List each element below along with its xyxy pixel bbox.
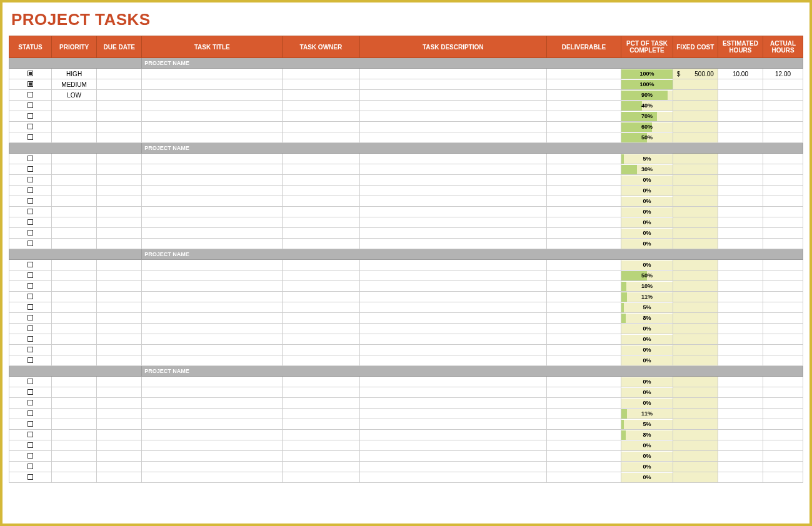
cell-esthours[interactable] <box>718 207 763 217</box>
cell-deliverable[interactable] <box>546 69 621 79</box>
cell-deliverable[interactable] <box>546 217 621 228</box>
cell-esthours[interactable] <box>718 239 763 249</box>
cell-deliverable[interactable] <box>546 377 621 387</box>
cell-priority[interactable] <box>52 101 97 111</box>
cell-taskowner[interactable] <box>283 377 360 387</box>
cell-deliverable[interactable] <box>546 239 621 249</box>
status-checkbox[interactable] <box>28 474 33 480</box>
cell-tasktitle[interactable] <box>142 398 283 409</box>
cell-esthours[interactable] <box>718 292 763 302</box>
cell-taskowner[interactable] <box>283 79 360 90</box>
cell-deliverable[interactable] <box>546 175 621 186</box>
cell-tasktitle[interactable] <box>142 207 283 217</box>
cell-taskdesc[interactable] <box>359 430 546 440</box>
cell-status[interactable] <box>9 270 52 281</box>
cell-status[interactable] <box>9 122 52 132</box>
cell-fixedcost[interactable] <box>673 292 718 302</box>
cell-priority[interactable] <box>52 281 97 292</box>
cell-taskowner[interactable] <box>283 355 360 366</box>
cell-taskdesc[interactable] <box>359 398 546 409</box>
cell-duedate[interactable] <box>97 387 142 398</box>
cell-tasktitle[interactable] <box>142 324 283 334</box>
cell-esthours[interactable] <box>718 324 763 334</box>
cell-duedate[interactable] <box>97 398 142 409</box>
cell-taskdesc[interactable] <box>359 239 546 249</box>
cell-acthours[interactable] <box>763 239 803 249</box>
cell-pct[interactable]: 8% <box>621 430 673 440</box>
cell-esthours[interactable] <box>718 196 763 207</box>
cell-taskdesc[interactable] <box>359 409 546 419</box>
cell-fixedcost[interactable] <box>673 472 718 483</box>
cell-esthours[interactable] <box>718 281 763 292</box>
status-checkbox[interactable] <box>28 410 33 416</box>
cell-duedate[interactable] <box>97 186 142 196</box>
cell-priority[interactable] <box>52 111 97 122</box>
cell-tasktitle[interactable] <box>142 132 283 143</box>
cell-pct[interactable]: 11% <box>621 409 673 419</box>
cell-taskowner[interactable] <box>283 409 360 419</box>
cell-taskdesc[interactable] <box>359 217 546 228</box>
cell-pct[interactable]: 0% <box>621 228 673 239</box>
cell-acthours[interactable] <box>763 217 803 228</box>
cell-pct[interactable]: 30% <box>621 164 673 175</box>
cell-duedate[interactable] <box>97 292 142 302</box>
cell-status[interactable] <box>9 345 52 355</box>
cell-status[interactable] <box>9 334 52 345</box>
cell-duedate[interactable] <box>97 409 142 419</box>
cell-taskowner[interactable] <box>283 430 360 440</box>
cell-esthours[interactable] <box>718 451 763 462</box>
status-checkbox[interactable] <box>28 389 33 395</box>
cell-deliverable[interactable] <box>546 419 621 430</box>
cell-pct[interactable]: 0% <box>621 196 673 207</box>
cell-taskdesc[interactable] <box>359 281 546 292</box>
cell-tasktitle[interactable] <box>142 69 283 79</box>
status-checkbox[interactable] <box>28 156 33 161</box>
cell-taskowner[interactable] <box>283 292 360 302</box>
cell-acthours[interactable] <box>763 196 803 207</box>
cell-tasktitle[interactable] <box>142 302 283 313</box>
cell-esthours[interactable] <box>718 164 763 175</box>
cell-pct[interactable]: 0% <box>621 217 673 228</box>
cell-taskowner[interactable] <box>283 217 360 228</box>
cell-duedate[interactable] <box>97 132 142 143</box>
cell-duedate[interactable] <box>97 101 142 111</box>
status-checkbox[interactable] <box>28 177 33 182</box>
cell-taskdesc[interactable] <box>359 334 546 345</box>
cell-status[interactable] <box>9 451 52 462</box>
cell-priority[interactable] <box>52 334 97 345</box>
cell-duedate[interactable] <box>97 419 142 430</box>
status-checkbox[interactable] <box>28 304 33 310</box>
cell-acthours[interactable] <box>763 164 803 175</box>
cell-pct[interactable]: 50% <box>621 270 673 281</box>
cell-esthours[interactable] <box>718 334 763 345</box>
cell-esthours[interactable] <box>718 472 763 483</box>
cell-priority[interactable] <box>52 355 97 366</box>
cell-status[interactable] <box>9 132 52 143</box>
cell-priority[interactable] <box>52 164 97 175</box>
cell-duedate[interactable] <box>97 90 142 101</box>
cell-duedate[interactable] <box>97 154 142 164</box>
cell-deliverable[interactable] <box>546 462 621 472</box>
cell-esthours[interactable] <box>718 302 763 313</box>
cell-deliverable[interactable] <box>546 111 621 122</box>
cell-taskdesc[interactable] <box>359 164 546 175</box>
cell-acthours[interactable]: 12.00 <box>763 69 803 79</box>
cell-tasktitle[interactable] <box>142 409 283 419</box>
cell-deliverable[interactable] <box>546 196 621 207</box>
cell-fixedcost[interactable] <box>673 132 718 143</box>
cell-acthours[interactable] <box>763 260 803 270</box>
cell-acthours[interactable] <box>763 270 803 281</box>
cell-duedate[interactable] <box>97 313 142 324</box>
cell-deliverable[interactable] <box>546 186 621 196</box>
cell-taskdesc[interactable] <box>359 324 546 334</box>
cell-status[interactable] <box>9 260 52 270</box>
cell-pct[interactable]: 40% <box>621 101 673 111</box>
cell-taskowner[interactable] <box>283 132 360 143</box>
cell-priority[interactable] <box>52 228 97 239</box>
cell-tasktitle[interactable] <box>142 345 283 355</box>
cell-priority[interactable] <box>52 239 97 249</box>
cell-duedate[interactable] <box>97 451 142 462</box>
cell-deliverable[interactable] <box>546 132 621 143</box>
cell-acthours[interactable] <box>763 345 803 355</box>
cell-status[interactable] <box>9 164 52 175</box>
